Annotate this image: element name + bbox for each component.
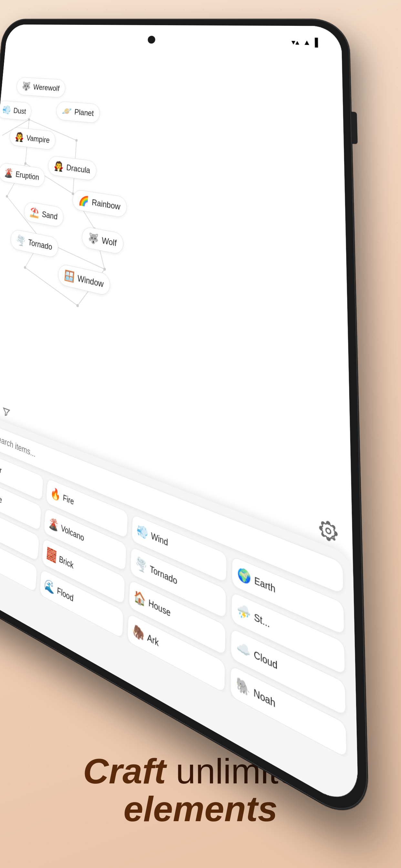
brick-label: Brick: [59, 554, 73, 571]
dracula-emoji: 🧛: [54, 160, 64, 173]
volcano-emoji: 🌋: [48, 516, 59, 533]
tornado-emoji: 🌪️: [16, 234, 26, 247]
element-wolf[interactable]: 🐺 Wolf: [81, 226, 124, 255]
signal-icon: ▾▴: [291, 38, 299, 46]
element-dracula[interactable]: 🧛 Dracula: [48, 155, 97, 182]
window-label: Window: [77, 273, 104, 289]
earth-emoji: 🌍: [237, 565, 251, 587]
house-label: House: [148, 597, 171, 619]
element-planet[interactable]: 🪐 Planet: [56, 101, 100, 124]
filter-tool[interactable]: [0, 400, 14, 424]
ark-label: Ark: [147, 631, 159, 649]
eruption-label: Eruption: [15, 169, 39, 182]
svg-point-15: [24, 162, 27, 165]
planet-emoji: 🪐: [62, 105, 72, 117]
element-window[interactable]: 🪟 Window: [58, 263, 111, 297]
sand-emoji: ⛱️: [29, 206, 40, 219]
window-emoji: 🪟: [64, 269, 75, 283]
svg-point-17: [6, 195, 8, 198]
fire-emoji: 🔥: [50, 486, 61, 503]
element-sand[interactable]: ⛱️ Sand: [23, 201, 64, 228]
rainbow-label: Rainbow: [92, 197, 121, 212]
smoke-label: Smoke: [0, 488, 2, 505]
wolf-label: Wolf: [102, 235, 117, 248]
lte-icon: ▲: [303, 38, 311, 47]
brick-emoji: 🧱: [46, 546, 57, 564]
vampire-emoji: 🧛: [14, 131, 24, 143]
element-vampire[interactable]: 🧛 Vampire: [9, 127, 56, 151]
dust-emoji: 💨: [2, 104, 11, 115]
element-werewolf[interactable]: 🐺 Werewolf: [16, 77, 66, 98]
flood-emoji: 🌊: [44, 577, 55, 596]
werewolf-label: Werewolf: [33, 83, 60, 93]
werewolf-emoji: 🐺: [22, 81, 31, 91]
wolf-emoji: 🐺: [88, 232, 99, 246]
canvas-toolbar: [0, 393, 14, 424]
planet-label: Planet: [74, 107, 94, 118]
fire-label: Fire: [63, 493, 74, 507]
camera-cutout: [148, 36, 155, 44]
water-label: Water: [0, 460, 2, 475]
dracula-label: Dracula: [66, 163, 90, 175]
status-icons: ▾▴ ▲ ▌: [291, 37, 321, 48]
storm-label: St...: [254, 611, 270, 630]
wind-label: Wind: [151, 531, 168, 548]
svg-point-14: [75, 139, 78, 142]
volcano-label: Volcano: [61, 523, 84, 544]
flood-label: Flood: [57, 585, 74, 604]
cloud-label: Cloud: [254, 648, 277, 672]
element-eruption[interactable]: 🌋 Eruption: [0, 162, 45, 188]
dust-label: Dust: [13, 106, 27, 116]
element-rainbow[interactable]: 🌈 Rainbow: [72, 189, 127, 218]
eruption-emoji: 🌋: [4, 167, 13, 179]
cloud-emoji: ☁️: [236, 638, 251, 660]
noah-label: Noah: [253, 686, 275, 710]
svg-point-24: [326, 528, 331, 534]
element-tornado[interactable]: 🌪️ Tornado: [10, 228, 59, 259]
noah-emoji: 🐘: [236, 675, 250, 699]
sand-label: Sand: [42, 209, 58, 221]
tornado-label: Tornado: [28, 237, 52, 252]
house-emoji: 🏠: [133, 588, 146, 609]
earth-label: Earth: [254, 575, 275, 595]
rainbow-emoji: 🌈: [78, 194, 89, 207]
craft-bold-text: Craft: [83, 751, 166, 791]
ark-emoji: 🦣: [132, 622, 145, 643]
wind-emoji: 💨: [136, 523, 149, 541]
battery-icon: ▌: [315, 38, 321, 48]
svg-point-13: [28, 118, 30, 121]
svg-point-20: [103, 268, 106, 271]
tornado-grid-label: Tornado: [150, 563, 177, 587]
tornado-grid-emoji: 🌪️: [135, 555, 147, 575]
element-dust[interactable]: 💨 Dust: [0, 100, 32, 121]
vampire-label: Vampire: [26, 133, 50, 145]
storm-emoji: ⛈️: [237, 601, 251, 623]
svg-point-22: [76, 304, 79, 307]
svg-point-21: [24, 266, 26, 269]
